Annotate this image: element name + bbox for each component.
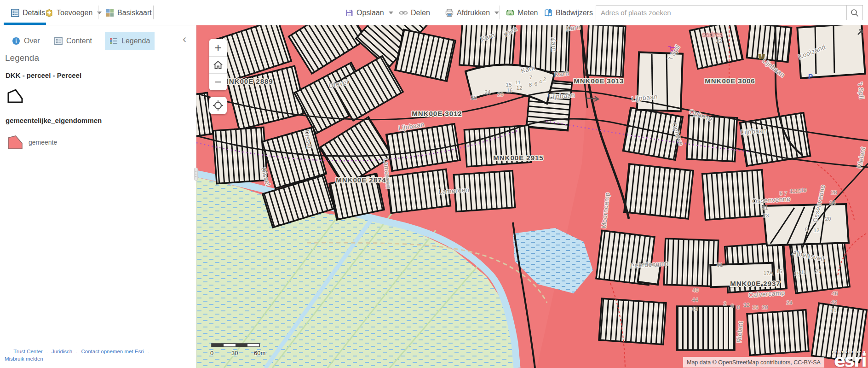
house-number-label: 6 xyxy=(535,81,537,87)
locate-button[interactable] xyxy=(209,97,227,114)
legend-item-gemeente: gemeente xyxy=(7,135,57,150)
house-number-label: 8 xyxy=(529,82,532,88)
poi-parking-icon: P xyxy=(808,72,813,80)
tab-legenda-label: Legenda xyxy=(121,37,150,45)
chevron-down-icon xyxy=(494,12,499,14)
house-number-label: 20 xyxy=(498,92,504,97)
opslaan-label: Opslaan xyxy=(356,9,384,17)
basiskaart-label: Basiskaart xyxy=(117,9,152,17)
house-number-label: 21 xyxy=(762,205,768,210)
house-number-label: 12 xyxy=(517,85,523,91)
afdrukken-label: Afdrukken xyxy=(457,9,490,17)
tab-content-label: Content xyxy=(66,37,92,45)
legend-title: Legenda xyxy=(5,53,39,63)
sidebar-resize-handle[interactable] xyxy=(194,168,198,181)
street-label: Karn xyxy=(550,37,558,52)
layer-name-dkk: DKK - perceel - Perceel xyxy=(6,71,81,79)
scalebar: 0 30 60m xyxy=(210,341,275,357)
details-sidebar: Over Content Legenda ‹ Legenda DKK - per… xyxy=(0,25,196,368)
house-number-label: 8 xyxy=(805,227,808,232)
add-layer-icon xyxy=(45,9,53,17)
house-number-label: 51 xyxy=(717,262,723,268)
parcel-label: MNK00E 3006 xyxy=(705,77,755,85)
house-number-label: 13 xyxy=(801,269,807,275)
zoom-out-button[interactable]: − xyxy=(209,73,227,90)
gemeente-swatch xyxy=(7,135,23,150)
home-button[interactable] xyxy=(209,56,227,73)
house-number-label: 24 xyxy=(485,89,491,95)
sidebar-collapse-arrow[interactable]: ‹ xyxy=(183,35,186,44)
link-juridisch[interactable]: Juridisch xyxy=(52,349,72,354)
zoom-control: + − xyxy=(209,39,227,90)
house-number-label: 11 xyxy=(515,80,521,85)
chevron-down-icon xyxy=(389,12,393,14)
parcel-label: MNK00E 3012 xyxy=(412,110,462,117)
search-button[interactable] xyxy=(846,6,862,20)
house-number-label: 46 xyxy=(832,291,838,296)
parcel-label: MNK00E 2889 xyxy=(223,77,273,85)
esri-logo: POWERED BY ● esri xyxy=(832,349,866,368)
bladwijzers-button[interactable]: Bladwijzers xyxy=(544,0,593,25)
house-number-label: 8 xyxy=(737,304,740,310)
bladwijzers-label: Bladwijzers xyxy=(556,9,593,17)
street-label: Karn xyxy=(554,69,569,78)
house-number-label: 20 xyxy=(825,216,831,222)
house-number-label: 16 xyxy=(507,88,513,93)
toolbar-divider xyxy=(98,6,98,19)
house-number-label: 2 xyxy=(724,301,726,306)
gemeente-label: gemeente xyxy=(29,139,57,146)
meten-label: Meten xyxy=(517,9,538,17)
house-number-label: 15 xyxy=(506,82,512,88)
house-number-label: 24 xyxy=(787,300,793,305)
parcel-label: MNK00E 2874 xyxy=(336,176,386,184)
house-number-label: 24 xyxy=(830,200,836,205)
measure-icon xyxy=(506,9,514,17)
bookmark-icon xyxy=(544,9,552,17)
zoom-in-button[interactable]: + xyxy=(209,39,227,56)
house-number-label: 27 xyxy=(816,269,822,274)
house-number-label: 16 xyxy=(753,304,759,310)
link-misbruik-melden[interactable]: Misbruik melden xyxy=(5,356,43,362)
house-number-label: 15 xyxy=(795,188,801,194)
tab-over[interactable]: Over xyxy=(7,32,45,50)
map-attribution: Map data © OpenStreetMap contributors, C… xyxy=(683,357,824,368)
house-number-label: 28 xyxy=(471,95,477,100)
toolbar-divider xyxy=(153,6,154,19)
save-icon xyxy=(345,9,353,17)
tab-legenda[interactable]: Legenda xyxy=(105,32,155,50)
house-number-label: 4 xyxy=(539,79,542,84)
locate-icon xyxy=(213,100,224,111)
toevoegen-button[interactable]: Toevoegen xyxy=(45,0,102,25)
link-contact-esri[interactable]: Contact opnemen met Esri xyxy=(81,349,144,354)
sidebar-footer: .Trust Center.Juridisch.Contact opnemen … xyxy=(5,348,189,362)
fullscreen-arrow-icon[interactable] xyxy=(856,27,865,38)
active-tab-underline xyxy=(4,23,46,25)
map-canvas[interactable]: P 2824201615121178642225117A151913272412… xyxy=(196,25,868,368)
house-number-label: 12 xyxy=(744,302,750,308)
search-input[interactable] xyxy=(596,6,846,20)
basemap-icon xyxy=(106,9,114,17)
details-label: Details xyxy=(23,9,45,17)
details-button[interactable]: Details xyxy=(11,0,45,25)
scale-0: 0 xyxy=(210,350,213,356)
legend-icon xyxy=(109,37,118,45)
house-number-label: 40 xyxy=(693,287,699,293)
house-number-label: 6 xyxy=(731,303,734,309)
scale-30: 30 xyxy=(231,350,238,356)
delen-button[interactable]: Delen xyxy=(399,0,430,25)
parcel-label: MNK00E 2937 xyxy=(730,280,780,287)
opslaan-button[interactable]: Opslaan xyxy=(345,0,393,25)
tab-over-label: Over xyxy=(24,37,40,45)
house-number-label: 7 xyxy=(529,75,532,80)
house-number-label: 44 xyxy=(692,297,698,303)
parcel-outline-swatch xyxy=(6,88,24,105)
meten-button[interactable]: Meten xyxy=(506,0,538,25)
layer-name-gemeentelijke: gemeentelijke_eigendommen xyxy=(6,117,102,124)
tab-content[interactable]: Content xyxy=(50,32,97,50)
basiskaart-button[interactable]: Basiskaart xyxy=(106,0,152,25)
afdrukken-button[interactable]: Afdrukken xyxy=(445,0,499,25)
house-number-label: 20 xyxy=(762,304,768,310)
search-icon xyxy=(851,9,859,17)
link-trust-center[interactable]: Trust Center xyxy=(13,349,42,354)
house-number-label: 11 xyxy=(790,188,795,194)
